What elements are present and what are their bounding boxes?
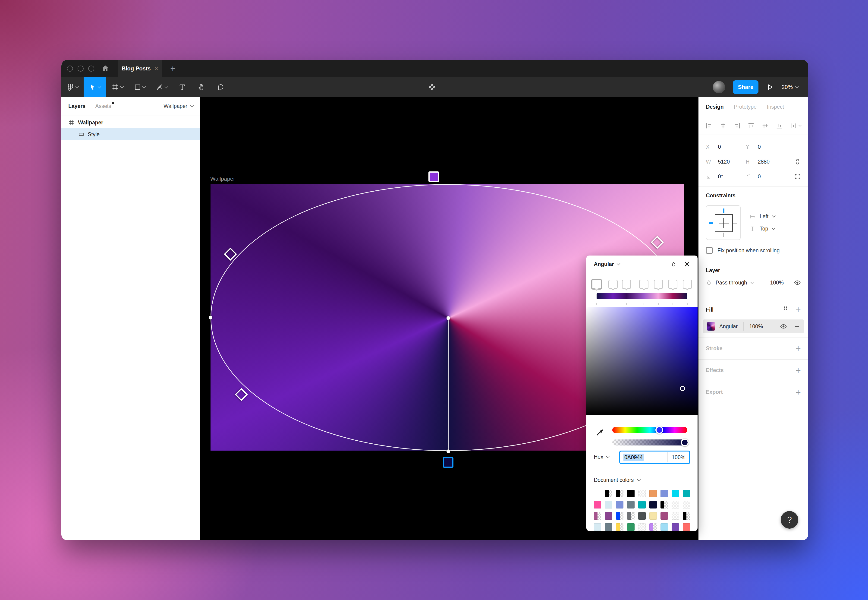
constraint-top-tick[interactable] bbox=[723, 209, 724, 213]
close-tab-icon[interactable]: × bbox=[154, 65, 158, 72]
component-actions-button[interactable] bbox=[428, 77, 436, 97]
align-bottom-icon[interactable] bbox=[776, 122, 783, 129]
constraint-bottom-tick[interactable] bbox=[723, 233, 724, 237]
blend-droplet-icon[interactable] bbox=[670, 261, 677, 268]
gradient-end-handle[interactable] bbox=[446, 449, 450, 453]
document-color-swatch[interactable] bbox=[661, 523, 668, 531]
alpha-thumb[interactable] bbox=[681, 438, 689, 446]
document-color-swatch[interactable] bbox=[605, 501, 612, 509]
document-color-swatch[interactable] bbox=[671, 490, 679, 497]
document-color-swatch[interactable] bbox=[649, 523, 657, 531]
document-color-swatch[interactable] bbox=[616, 523, 623, 531]
document-color-swatch[interactable] bbox=[594, 523, 601, 531]
sidebar-item-style[interactable]: Style bbox=[61, 128, 200, 140]
gradient-stop[interactable] bbox=[668, 280, 677, 289]
tab-layers[interactable]: Layers bbox=[68, 103, 85, 109]
layer-opacity-field[interactable]: 100% bbox=[770, 280, 784, 286]
document-color-swatch[interactable] bbox=[638, 523, 646, 531]
document-color-swatch[interactable] bbox=[661, 490, 668, 497]
move-tool-button[interactable] bbox=[83, 77, 106, 97]
close-window-button[interactable] bbox=[67, 65, 73, 71]
document-color-swatch[interactable] bbox=[594, 512, 601, 520]
height-field[interactable]: 2880 bbox=[758, 159, 792, 165]
document-color-swatch[interactable] bbox=[616, 512, 623, 520]
fix-position-checkbox[interactable] bbox=[706, 247, 713, 254]
document-colors-header[interactable]: Document colors bbox=[594, 477, 640, 483]
document-color-swatch[interactable] bbox=[683, 512, 690, 520]
play-icon[interactable] bbox=[766, 83, 774, 91]
gradient-stop[interactable] bbox=[683, 280, 692, 289]
gradient-stop[interactable] bbox=[622, 280, 631, 289]
tab-blog-posts[interactable]: Blog Posts × bbox=[118, 60, 162, 77]
new-tab-button[interactable]: + bbox=[170, 64, 175, 74]
tab-inspect[interactable]: Inspect bbox=[767, 104, 784, 110]
zoom-level-control[interactable]: 20% bbox=[782, 84, 798, 90]
opacity-input[interactable]: 100% bbox=[668, 454, 689, 461]
page-selector[interactable]: Wallpaper bbox=[163, 103, 193, 109]
align-horizontal-center-icon[interactable] bbox=[720, 122, 726, 129]
gradient-bar[interactable] bbox=[597, 293, 687, 299]
align-right-icon[interactable] bbox=[734, 122, 741, 129]
hex-mode-dropdown[interactable]: Hex bbox=[594, 454, 609, 460]
corner-radius-field[interactable]: 0 bbox=[758, 174, 792, 180]
document-color-swatch[interactable] bbox=[638, 501, 646, 509]
gradient-stop-marker-purple[interactable] bbox=[428, 171, 439, 182]
document-color-swatch[interactable] bbox=[627, 490, 635, 497]
horizontal-constraint-dropdown[interactable]: Left bbox=[749, 214, 775, 220]
y-field[interactable]: 0 bbox=[758, 144, 792, 150]
text-tool-button[interactable] bbox=[173, 77, 192, 97]
shape-tool-button[interactable] bbox=[129, 77, 151, 97]
document-color-swatch[interactable] bbox=[627, 501, 635, 509]
hand-tool-button[interactable] bbox=[192, 77, 211, 97]
add-stroke-button[interactable]: + bbox=[795, 344, 801, 353]
align-top-icon[interactable] bbox=[748, 122, 755, 129]
add-effect-button[interactable]: + bbox=[795, 366, 801, 375]
constraint-left-tick[interactable] bbox=[709, 223, 713, 224]
document-color-swatch[interactable] bbox=[616, 501, 623, 509]
comment-tool-button[interactable] bbox=[211, 77, 230, 97]
document-color-swatch[interactable] bbox=[649, 501, 657, 509]
gradient-center-handle[interactable] bbox=[446, 316, 450, 320]
gradient-stop[interactable] bbox=[591, 279, 602, 289]
document-color-swatch[interactable] bbox=[683, 501, 690, 509]
hex-input[interactable]: 0A0944 bbox=[623, 454, 644, 461]
gradient-type-dropdown[interactable]: Angular bbox=[594, 261, 614, 267]
avatar[interactable] bbox=[712, 81, 725, 93]
document-color-swatch[interactable] bbox=[594, 501, 601, 509]
document-color-swatch[interactable] bbox=[649, 490, 657, 497]
document-color-swatch[interactable] bbox=[671, 523, 679, 531]
add-export-button[interactable]: + bbox=[795, 388, 801, 397]
home-button[interactable] bbox=[101, 64, 110, 73]
tab-assets[interactable]: Assets bbox=[95, 103, 111, 109]
pen-tool-button[interactable] bbox=[151, 77, 173, 97]
close-icon[interactable]: ✕ bbox=[684, 260, 690, 269]
color-area[interactable] bbox=[587, 307, 697, 415]
fill-type[interactable]: Angular bbox=[719, 323, 738, 330]
zoom-window-button[interactable] bbox=[88, 65, 94, 71]
document-color-swatch[interactable] bbox=[605, 490, 612, 497]
document-color-swatch[interactable] bbox=[627, 523, 635, 531]
align-vertical-center-icon[interactable] bbox=[762, 122, 769, 129]
blend-mode-dropdown[interactable]: Pass through bbox=[715, 280, 747, 286]
fill-gradient-chip[interactable] bbox=[707, 322, 715, 330]
constraints-widget[interactable] bbox=[706, 205, 741, 240]
hue-thumb[interactable] bbox=[655, 426, 663, 434]
add-fill-button[interactable]: + bbox=[795, 305, 801, 314]
document-color-swatch[interactable] bbox=[683, 523, 690, 531]
gradient-stop[interactable] bbox=[608, 280, 618, 289]
independent-corners-icon[interactable] bbox=[794, 173, 801, 180]
vertical-constraint-dropdown[interactable]: Top bbox=[749, 226, 775, 232]
document-color-swatch[interactable] bbox=[594, 490, 601, 497]
fill-row[interactable]: Angular 100% bbox=[703, 320, 804, 333]
eye-icon[interactable] bbox=[780, 323, 787, 330]
distribute-button[interactable] bbox=[790, 122, 801, 129]
document-color-swatch[interactable] bbox=[683, 490, 690, 497]
document-color-swatch[interactable] bbox=[671, 512, 679, 520]
constrain-proportions-icon[interactable] bbox=[794, 158, 801, 165]
document-color-swatch[interactable] bbox=[661, 512, 668, 520]
styles-icon[interactable] bbox=[783, 305, 789, 311]
color-cursor[interactable] bbox=[680, 386, 685, 391]
remove-fill-icon[interactable] bbox=[794, 323, 800, 329]
alpha-slider[interactable] bbox=[612, 439, 687, 445]
minimize-window-button[interactable] bbox=[77, 65, 83, 71]
